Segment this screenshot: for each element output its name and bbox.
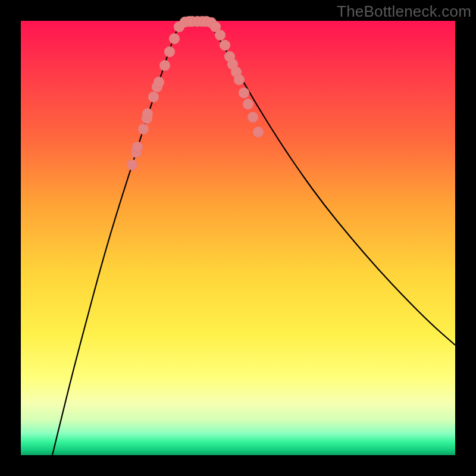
data-dot — [148, 92, 159, 102]
data-dot — [234, 74, 245, 85]
data-dot — [243, 99, 253, 109]
chart-frame: TheBottleneck.com — [0, 0, 476, 476]
data-dot — [220, 40, 230, 51]
data-dot — [239, 87, 249, 98]
data-dots-group — [127, 16, 264, 170]
data-dot — [215, 30, 226, 40]
data-dot — [248, 112, 258, 123]
data-dot — [138, 124, 149, 134]
data-dot — [164, 46, 175, 57]
right-curve — [205, 21, 455, 345]
data-dot — [169, 33, 180, 44]
data-dot — [127, 159, 137, 170]
data-dot — [154, 77, 164, 87]
plot-area — [21, 21, 455, 455]
data-dot — [132, 142, 143, 152]
left-curve — [52, 21, 184, 455]
data-dot — [253, 127, 264, 137]
watermark-text: TheBottleneck.com — [337, 2, 471, 21]
chart-svg — [21, 21, 455, 455]
data-dot — [142, 108, 153, 119]
data-dot — [159, 60, 170, 71]
